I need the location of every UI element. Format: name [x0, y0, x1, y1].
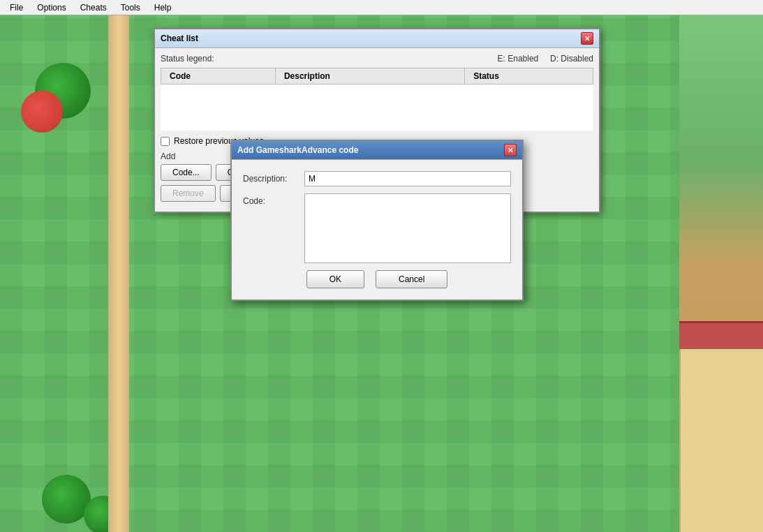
cheat-table: Code Description Status [161, 68, 593, 131]
cheat-list-titlebar: Cheat list ✕ [155, 29, 599, 48]
dialog-ok-button[interactable]: OK [306, 270, 364, 288]
add-gameshark-content: Description: Code: OK Cancel [232, 160, 522, 300]
remove-button[interactable]: Remove [161, 185, 216, 202]
status-legend-label: Status legend: [161, 54, 214, 64]
menu-file[interactable]: File [3, 1, 30, 14]
building-wall [679, 349, 763, 532]
code-button[interactable]: Code... [161, 164, 212, 181]
col-header-code: Code [161, 68, 276, 84]
menu-tools[interactable]: Tools [114, 1, 147, 14]
menu-help[interactable]: Help [147, 1, 179, 14]
cheat-list-close-button[interactable]: ✕ [581, 32, 593, 45]
code-label: Code: [243, 193, 299, 206]
code-textarea[interactable] [304, 193, 511, 263]
building-decoration [679, 0, 763, 532]
col-header-status: Status [465, 68, 593, 84]
building-roof [679, 321, 763, 349]
cheat-list-title: Cheat list [161, 34, 198, 43]
menu-options[interactable]: Options [30, 1, 73, 14]
description-label: Description: [243, 171, 299, 184]
dialog-buttons: OK Cancel [243, 270, 511, 288]
menubar: File Options Cheats Tools Help [0, 0, 763, 15]
col-header-description: Description [275, 68, 464, 84]
add-gameshark-close-button[interactable]: ✕ [504, 144, 517, 156]
code-row: Code: [243, 193, 511, 263]
restore-checkbox[interactable] [161, 137, 170, 146]
add-gameshark-titlebar: Add GamesharkAdvance code ✕ [232, 141, 522, 160]
status-legend-values: E: Enabled D: Disabled [498, 54, 593, 64]
add-gameshark-title: Add GamesharkAdvance code [237, 145, 358, 155]
enabled-label: E: Enabled [498, 54, 539, 64]
add-gameshark-dialog: Add GamesharkAdvance code ✕ Description:… [230, 140, 524, 301]
pillar-decoration [108, 15, 129, 532]
status-legend-row: Status legend: E: Enabled D: Disabled [161, 54, 593, 64]
description-row: Description: [243, 171, 511, 186]
dialog-cancel-button[interactable]: Cancel [376, 270, 447, 288]
cheat-table-body [161, 84, 593, 131]
flower-decoration [21, 91, 63, 133]
disabled-label: D: Disabled [550, 54, 593, 64]
menu-cheats[interactable]: Cheats [73, 1, 114, 14]
description-input[interactable] [304, 171, 511, 186]
